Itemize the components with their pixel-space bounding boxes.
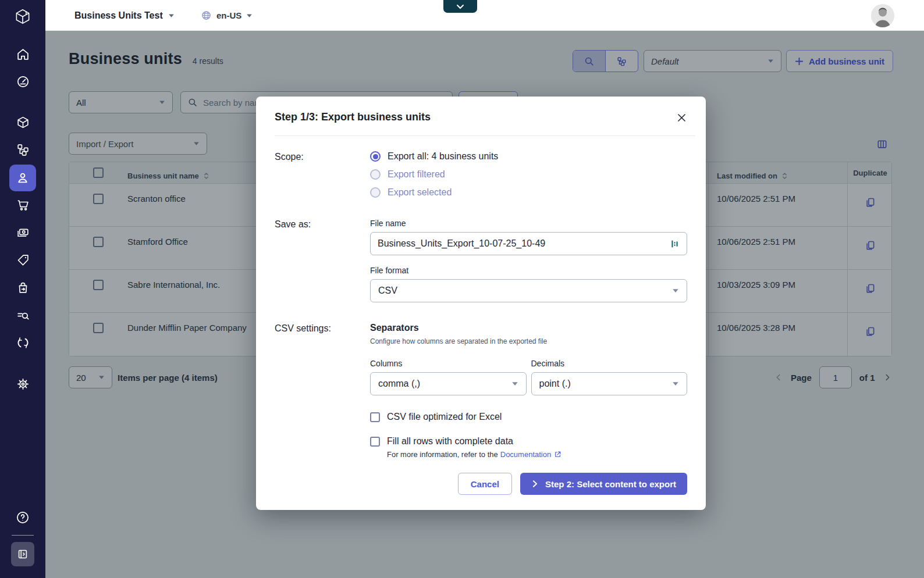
checkbox-icon (370, 412, 380, 422)
sidebar-item-home[interactable] (0, 47, 45, 62)
app-sidebar (0, 0, 45, 578)
excel-optimized-checkbox[interactable]: CSV file optimized for Excel (370, 412, 687, 422)
panel-expand-icon (16, 548, 29, 561)
external-link-icon (554, 451, 561, 458)
radio-export-all[interactable]: Export all: 4 business units (370, 151, 687, 162)
cancel-button[interactable]: Cancel (458, 473, 512, 495)
chevron-right-icon (531, 480, 539, 488)
save-as-label: Save as: (275, 219, 370, 302)
sidebar-divider (12, 535, 34, 536)
person-icon (15, 170, 30, 185)
separators-title: Separators (370, 323, 687, 333)
file-format-label: File format (370, 266, 687, 275)
sidebar-item-business-units[interactable] (9, 165, 36, 191)
file-name-input[interactable] (378, 238, 670, 249)
sidebar-item-categories[interactable] (0, 142, 45, 157)
project-switcher[interactable]: Business Units Test (74, 0, 175, 31)
chevron-down-icon (672, 288, 679, 293)
chevron-down-icon (511, 381, 518, 386)
scope-label: Scope: (275, 151, 370, 198)
sidebar-item-discounts[interactable] (0, 253, 45, 267)
app-logo[interactable] (0, 7, 45, 27)
columns-separator-group: Columns comma (,) (370, 359, 527, 395)
columns-separator-select[interactable]: comma (,) (370, 372, 527, 395)
cart-icon (16, 198, 30, 212)
file-name-field (370, 232, 687, 255)
radio-export-selected[interactable]: Export selected (370, 187, 687, 198)
user-avatar[interactable] (871, 4, 894, 27)
globe-icon (201, 10, 212, 21)
columns-label: Columns (370, 359, 527, 368)
locale-switcher[interactable]: en-US (201, 0, 253, 31)
sidebar-item-checkout[interactable] (0, 280, 45, 295)
help-icon (15, 510, 30, 525)
sidebar-item-settings[interactable] (0, 377, 45, 391)
file-name-label: File name (370, 219, 687, 228)
gear-icon (16, 377, 30, 391)
bag-arrow-icon (16, 280, 30, 295)
scope-section: Scope: Export all: 4 business units Expo… (275, 151, 687, 198)
chevron-down-icon (246, 13, 253, 18)
fill-rows-checkbox[interactable]: Fill all rows with complete data (370, 436, 687, 447)
dialog-title: Step 1/3: Export business units (275, 111, 431, 123)
sidebar-collapse-toggle[interactable] (11, 542, 34, 566)
project-name: Business Units Test (74, 10, 163, 21)
dialog-footer: Cancel Step 2: Select content to export (458, 473, 687, 495)
sidebar-item-operations[interactable] (0, 336, 45, 350)
fill-rows-note: For more information, refer to the Docum… (387, 450, 687, 459)
documentation-link[interactable]: Documentation (500, 450, 551, 459)
radio-unselected-icon (370, 169, 381, 180)
chevron-down-icon (456, 4, 464, 9)
save-as-section: Save as: File name File format CSV (275, 219, 687, 302)
sidebar-item-dashboard[interactable] (0, 74, 45, 89)
separators-description: Configure how columns are separated in t… (370, 337, 687, 345)
appbar-collapse-button[interactable] (443, 0, 477, 13)
sitemap-icon (16, 142, 30, 157)
close-icon[interactable] (675, 111, 688, 124)
csv-settings-label: CSV settings: (275, 323, 370, 459)
text-cursor-bars-icon (670, 239, 680, 249)
home-icon (16, 47, 30, 62)
search-list-icon (16, 308, 30, 323)
dashboard-gauge-icon (16, 74, 30, 89)
decimals-separator-select[interactable]: point (.) (531, 372, 688, 395)
next-step-button[interactable]: Step 2: Select content to export (520, 473, 687, 495)
sidebar-item-audit-log[interactable] (0, 308, 45, 323)
top-app-bar: Business Units Test en-US (45, 0, 924, 31)
chevron-down-icon (168, 13, 175, 18)
cash-icon (16, 225, 30, 240)
cube-icon (16, 115, 30, 130)
csv-settings-section: CSV settings: Separators Configure how c… (275, 323, 687, 459)
checkbox-icon (370, 437, 380, 447)
avatar-photo (871, 4, 894, 27)
decimals-label: Decimals (531, 359, 688, 368)
file-format-select[interactable]: CSV (370, 279, 687, 302)
radio-export-filtered[interactable]: Export filtered (370, 169, 687, 180)
radio-unselected-icon (370, 187, 381, 198)
chevron-down-icon (672, 381, 679, 386)
locale-value: en-US (216, 10, 241, 20)
sidebar-item-products[interactable] (0, 115, 45, 130)
commercetools-logo-icon (13, 7, 33, 27)
sidebar-item-orders[interactable] (0, 198, 45, 212)
sidebar-item-help[interactable] (0, 510, 45, 525)
sync-arrows-icon (16, 336, 30, 350)
sidebar-item-payments[interactable] (0, 225, 45, 240)
tag-icon (16, 253, 30, 267)
export-dialog: Step 1/3: Export business units Scope: E… (256, 97, 706, 510)
decimals-separator-group: Decimals point (.) (531, 359, 688, 395)
radio-selected-icon (370, 151, 381, 162)
